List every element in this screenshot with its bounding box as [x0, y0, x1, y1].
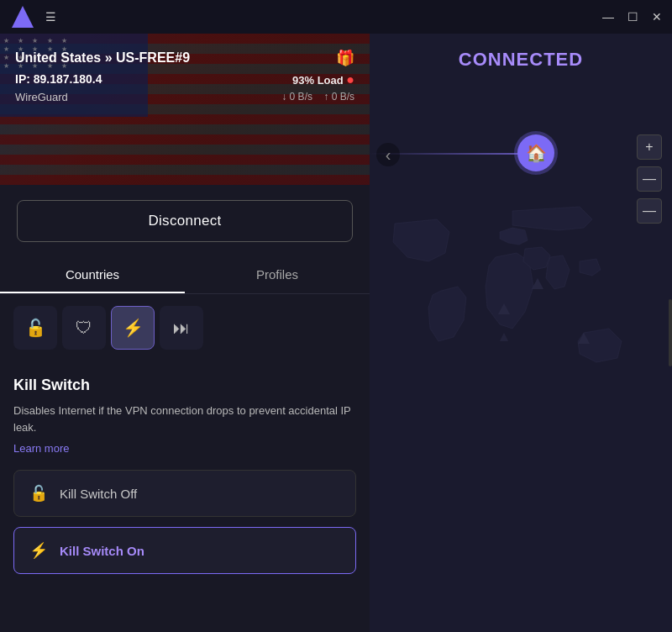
hamburger-menu-button[interactable]: ☰ — [45, 10, 56, 24]
disconnect-section: Disconnect — [0, 185, 370, 257]
killswitch-description: Disables Internet if the VPN connection … — [13, 403, 356, 435]
title-bar: ☰ — ☐ ✕ — [0, 0, 672, 34]
load-indicator: ● — [346, 72, 354, 87]
skip-icon-tab[interactable]: ⏭ — [160, 306, 203, 350]
zoom-out-button-2[interactable]: — — [637, 198, 662, 224]
skip-icon: ⏭ — [173, 319, 190, 338]
map-controls: + — — — [637, 134, 662, 224]
server-protocol-row: WireGuard ↓ 0 B/s ↑ 0 B/s — [15, 91, 354, 103]
ip-label: IP: — [15, 72, 30, 86]
svg-marker-1 — [532, 278, 543, 289]
main-tabs: Countries Profiles — [0, 257, 370, 294]
left-panel: ★ ★ ★ ★ ★ ★ ★ ★ ★ ★ ★ ★ ★ ★ ★ ★ ★ ★ ★ ★ … — [0, 34, 370, 632]
pin-circle: 🏠 — [517, 134, 554, 171]
tab-countries[interactable]: Countries — [0, 257, 185, 293]
killswitch-on-button[interactable]: ⚡ Kill Switch On — [13, 527, 356, 574]
killswitch-title: Kill Switch — [13, 377, 356, 394]
location-pin: 🏠 — [517, 134, 554, 171]
killswitch-off-button[interactable]: 🔓 Kill Switch Off — [13, 470, 356, 517]
server-name-row: United States » US-FREE#9 🎁 — [15, 49, 354, 67]
lock-icon: 🔓 — [25, 318, 46, 338]
main-layout: ★ ★ ★ ★ ★ ★ ★ ★ ★ ★ ★ ★ ★ ★ ★ ★ ★ ★ ★ ★ … — [0, 34, 672, 632]
killswitch-on-icon: ⚡ — [29, 541, 48, 560]
protocol-name: WireGuard — [15, 91, 68, 103]
title-bar-left: ☰ — [10, 4, 56, 29]
right-panel: CONNECTED — [370, 34, 672, 632]
tab-profiles[interactable]: Profiles — [185, 257, 370, 293]
zoom-out-button-1[interactable]: — — [637, 166, 662, 192]
killswitch-off-label: Kill Switch Off — [60, 487, 137, 501]
killswitch-panel: Kill Switch Disables Internet if the VPN… — [0, 361, 370, 632]
svg-marker-3 — [500, 333, 508, 341]
shield-icon-tab[interactable]: 🛡 — [62, 306, 106, 350]
killswitch-icon-tab[interactable]: ⚡ — [111, 306, 155, 350]
killswitch-icon: ⚡ — [123, 318, 144, 338]
close-button[interactable]: ✕ — [652, 10, 662, 24]
server-header: ★ ★ ★ ★ ★ ★ ★ ★ ★ ★ ★ ★ ★ ★ ★ ★ ★ ★ ★ ★ … — [0, 34, 370, 185]
zoom-in-button[interactable]: + — [637, 134, 662, 160]
server-load: 93% Load ● — [292, 72, 354, 87]
back-arrow-button[interactable]: ‹ — [376, 143, 400, 166]
minimize-button[interactable]: — — [602, 10, 614, 24]
map-container — [370, 34, 672, 632]
server-ip-row: IP: 89.187.180.4 93% Load ● — [15, 72, 354, 86]
server-ip: 89.187.180.4 — [34, 72, 102, 86]
maximize-button[interactable]: ☐ — [627, 10, 638, 24]
speed-info: ↓ 0 B/s ↑ 0 B/s — [281, 91, 354, 103]
shield-icon: 🛡 — [76, 319, 92, 338]
title-bar-controls: — ☐ ✕ — [602, 10, 662, 24]
disconnect-button[interactable]: Disconnect — [17, 200, 353, 242]
gift-icon[interactable]: 🎁 — [336, 49, 354, 67]
world-map — [370, 34, 672, 632]
learn-more-link[interactable]: Learn more — [13, 442, 356, 455]
lock-icon-tab[interactable]: 🔓 — [13, 306, 57, 350]
server-name: United States » US-FREE#9 — [15, 50, 190, 66]
logo-triangle — [12, 6, 34, 28]
feature-icon-tabs: 🔓 🛡 ⚡ ⏭ — [0, 294, 370, 361]
app-logo — [10, 4, 35, 29]
killswitch-on-label: Kill Switch On — [60, 544, 144, 558]
server-info: United States » US-FREE#9 🎁 IP: 89.187.1… — [0, 34, 370, 103]
right-scrollbar — [669, 299, 672, 366]
killswitch-off-icon: 🔓 — [29, 484, 48, 503]
home-icon: 🏠 — [526, 143, 547, 163]
